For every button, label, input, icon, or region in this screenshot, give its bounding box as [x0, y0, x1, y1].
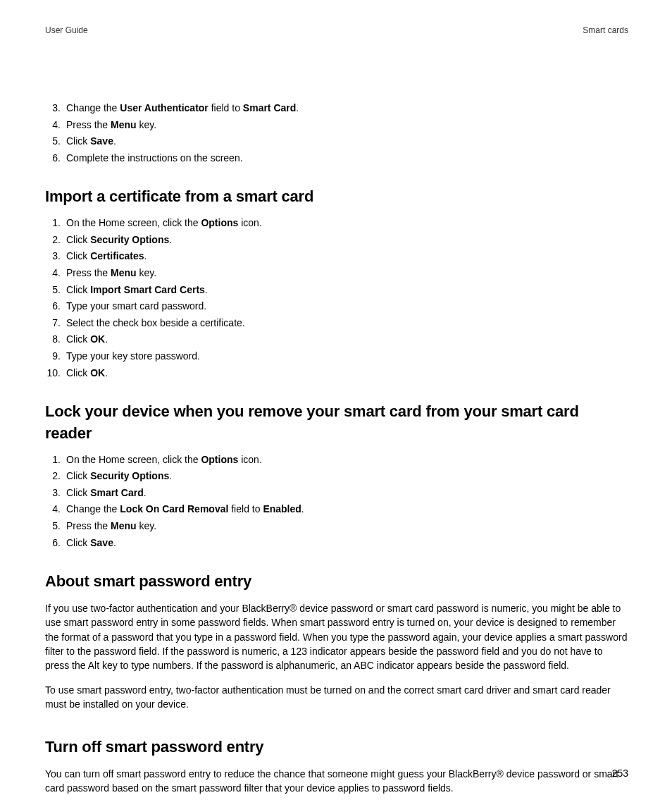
bold-text: Menu	[111, 119, 137, 130]
bold-text: Lock On Card Removal	[120, 503, 228, 515]
list-item-text: Click Save.	[66, 135, 116, 147]
bold-text: Menu	[111, 267, 137, 278]
bold-text: Security Options	[90, 470, 169, 481]
list-item: 2.Click Security Options.	[66, 469, 628, 483]
list-item-text: Click Import Smart Card Certs.	[66, 284, 208, 295]
list-item: 6.Complete the instructions on the scree…	[66, 152, 628, 166]
list-number: 6.	[45, 536, 61, 550]
list-number: 4.	[45, 266, 61, 281]
header-left: User Guide	[45, 25, 88, 35]
list-number: 2.	[45, 469, 61, 483]
list-number: 3.	[45, 250, 61, 264]
bold-text: OK	[90, 333, 105, 345]
list-number: 5.	[45, 283, 61, 297]
bold-text: OK	[90, 367, 105, 378]
list-item: 10.Click OK.	[66, 366, 628, 381]
bold-text: Certificates	[90, 250, 144, 261]
list-item: 3.Click Certificates.	[66, 250, 628, 264]
list-number: 6.	[45, 152, 61, 166]
list-number: 4.	[45, 118, 61, 133]
sec2-list: 1.On the Home screen, click the Options …	[45, 453, 628, 550]
list-number: 8.	[45, 333, 61, 347]
list-number: 3.	[45, 486, 61, 500]
list-number: 9.	[45, 350, 61, 364]
top-list: 3.Change the User Authenticator field to…	[45, 101, 628, 165]
sec3-p2: To use smart password entry, two-factor …	[45, 683, 628, 712]
sec3-p1: If you use two-factor authentication and…	[45, 601, 628, 672]
list-item: 5.Click Import Smart Card Certs.	[66, 283, 628, 297]
header-right: Smart cards	[583, 25, 628, 35]
list-item-text: Click OK.	[66, 367, 108, 378]
list-item-text: Press the Menu key.	[66, 267, 156, 278]
sec1-list: 1.On the Home screen, click the Options …	[45, 216, 628, 380]
list-item: 2.Click Security Options.	[66, 233, 628, 247]
sec4-p1: You can turn off smart password entry to…	[45, 767, 628, 796]
heading-about-smart-pw: About smart password entry	[45, 571, 628, 593]
list-item: 1.On the Home screen, click the Options …	[66, 216, 628, 230]
list-item-text: On the Home screen, click the Options ic…	[66, 454, 262, 465]
list-item: 5.Click Save.	[66, 135, 628, 149]
list-number: 1.	[45, 453, 61, 467]
bold-text: Import Smart Card Certs	[90, 284, 205, 295]
list-number: 6.	[45, 300, 61, 314]
list-item: 4.Change the Lock On Card Removal field …	[66, 503, 628, 517]
list-item: 3.Change the User Authenticator field to…	[66, 101, 628, 116]
heading-lock-device: Lock your device when you remove your sm…	[45, 401, 628, 445]
bold-text: Security Options	[90, 234, 169, 245]
list-item-text: Click OK.	[66, 333, 108, 345]
list-number: 2.	[45, 233, 61, 247]
list-item-text: Change the User Authenticator field to S…	[66, 102, 299, 113]
list-number: 5.	[45, 519, 61, 534]
list-item: 4.Press the Menu key.	[66, 266, 628, 281]
list-item-text: Press the Menu key.	[66, 119, 156, 130]
bold-text: Enabled	[263, 503, 301, 515]
list-item: 4.Press the Menu key.	[66, 118, 628, 133]
list-item-text: Type your smart card password.	[66, 300, 206, 312]
list-number: 4.	[45, 503, 61, 517]
bold-text: Save	[90, 537, 113, 548]
list-number: 10.	[45, 366, 61, 381]
list-number: 5.	[45, 135, 61, 149]
list-item: 6.Click Save.	[66, 536, 628, 550]
list-item-text: Select the check box beside a certificat…	[66, 317, 245, 328]
bold-text: Options	[201, 454, 238, 465]
list-item-text: Click Smart Card.	[66, 487, 147, 498]
heading-import-cert: Import a certificate from a smart card	[45, 186, 628, 208]
list-item-text: Type your key store password.	[66, 350, 200, 362]
list-item: 5.Press the Menu key.	[66, 519, 628, 534]
list-item: 8.Click OK.	[66, 333, 628, 347]
page-content: 3.Change the User Authenticator field to…	[45, 101, 628, 807]
list-item-text: Complete the instructions on the screen.	[66, 152, 243, 164]
list-item-text: Click Save.	[66, 537, 116, 548]
list-number: 3.	[45, 101, 61, 116]
list-item-text: Click Security Options.	[66, 470, 172, 481]
list-item: 3.Click Smart Card.	[66, 486, 628, 500]
bold-text: Smart Card	[243, 102, 296, 113]
page-header: User Guide Smart cards	[45, 25, 628, 35]
list-number: 1.	[45, 216, 61, 230]
bold-text: User Authenticator	[120, 102, 209, 113]
bold-text: Save	[90, 135, 113, 147]
list-item: 6.Type your smart card password.	[66, 300, 628, 314]
list-item: 9.Type your key store password.	[66, 350, 628, 364]
list-item-text: On the Home screen, click the Options ic…	[66, 217, 262, 228]
bold-text: Menu	[111, 520, 137, 531]
list-item: 1.On the Home screen, click the Options …	[66, 453, 628, 467]
list-item-text: Click Security Options.	[66, 234, 172, 245]
list-item-text: Click Certificates.	[66, 250, 147, 261]
list-item: 7.Select the check box beside a certific…	[66, 316, 628, 331]
bold-text: Options	[201, 217, 238, 228]
bold-text: Smart Card	[90, 487, 143, 498]
page-number: 253	[612, 768, 628, 779]
list-item-text: Change the Lock On Card Removal field to…	[66, 503, 304, 515]
list-item-text: Press the Menu key.	[66, 520, 156, 531]
list-number: 7.	[45, 316, 61, 331]
heading-turnoff-smart-pw: Turn off smart password entry	[45, 737, 628, 758]
